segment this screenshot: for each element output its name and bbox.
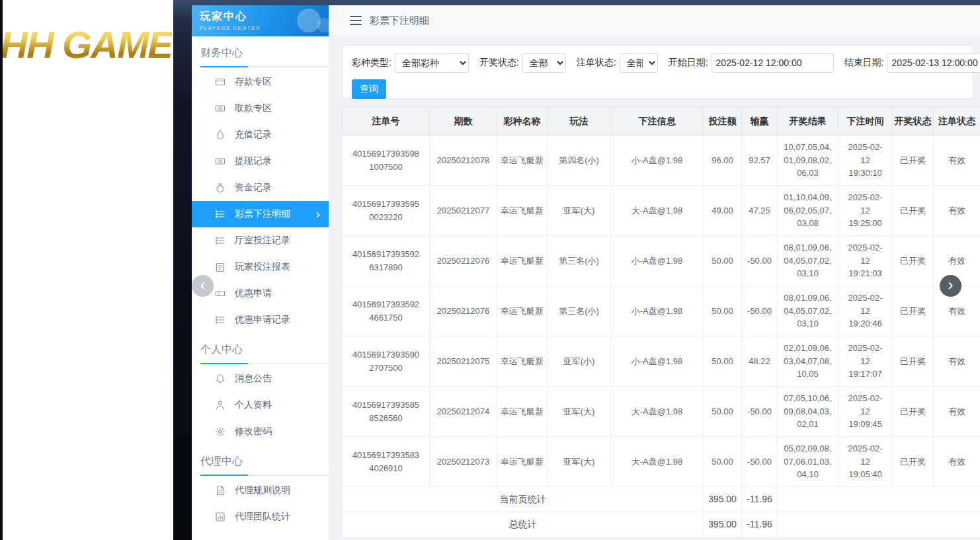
cell: 50.00 [704, 387, 742, 437]
cell: 02,01,09,06,03,04,07,08,10,05 [778, 336, 838, 387]
cell: 08,01,09,06,04,05,07,02,03,10 [778, 286, 838, 336]
cell: 第四名(小) [548, 135, 611, 186]
cell: 幸运飞艇新 [497, 135, 548, 186]
summary-bet-total: 395.00 [704, 487, 742, 512]
carousel-next-button[interactable]: › [940, 275, 961, 297]
summary-row: 总统计395.00-11.96 [343, 512, 980, 537]
cell: 已开奖 [893, 236, 934, 286]
cell: -50.00 [742, 236, 778, 286]
cell: 亚军(大) [548, 186, 611, 236]
end-date-input[interactable] [887, 53, 980, 73]
column-header: 开奖结果 [778, 108, 838, 135]
cell: 20250212077 [430, 186, 497, 236]
summary-win-loss-total: -11.96 [742, 512, 778, 537]
cell: 小-A盘@1.98 [611, 286, 704, 336]
column-header: 下注时间 [838, 108, 893, 135]
cell: 幸运飞艇新 [497, 286, 548, 336]
sidebar-item-hall-bet[interactable]: 厅室投注记录 [192, 227, 329, 254]
sidebar-item-agent-team[interactable]: 代理团队统计 [192, 504, 329, 530]
cell: 10,07,05,04,01,09,08,02,06,03 [778, 135, 838, 186]
cell: 亚军(大) [548, 437, 611, 487]
sidebar: 玩家中心 PLAYERS CENTER 财务中心存款专区取款专区充值记录提现记录… [192, 5, 329, 540]
sidebar-item-agent-rules[interactable]: 代理规则说明 [192, 477, 329, 504]
hall-bet-icon [215, 235, 225, 246]
cell: 有效 [934, 437, 980, 487]
funds-record-icon [215, 182, 225, 193]
cell: 幸运飞艇新 [497, 437, 548, 487]
summary-win-loss-total: -11.96 [742, 487, 778, 512]
cell: 2025-02-12 19:05:40 [838, 437, 893, 487]
lottery-type-label: 彩种类型: [352, 57, 391, 69]
section-underline [200, 363, 329, 364]
sidebar-item-lottery-detail[interactable]: 彩票下注明细› [192, 201, 329, 227]
summary-label: 当前页统计 [343, 487, 704, 512]
cell: 20250212075 [430, 336, 497, 387]
sidebar-item-label: 优惠申请记录 [235, 314, 290, 326]
section-title: 代理中心 [192, 445, 329, 469]
start-date-input[interactable] [712, 53, 834, 73]
cell: 08,01,09,06,04,05,07,02,03,10 [778, 236, 838, 286]
sidebar-item-password[interactable]: 修改密码 [192, 418, 329, 445]
cell: 幸运飞艇新 [497, 236, 548, 286]
cell: 50.00 [704, 336, 742, 387]
profile-icon [215, 400, 225, 410]
column-header: 注单号 [343, 108, 430, 135]
sidebar-item-player-report[interactable]: 玩家投注报表 [192, 254, 329, 280]
column-header: 彩种名称 [497, 108, 548, 135]
query-button[interactable]: 查询 [352, 79, 386, 99]
cell: 大-A盘@1.98 [611, 437, 704, 487]
bet-detail-table: 注单号期数彩种名称玩法下注信息投注额输赢开奖结果下注时间开奖状态注单状态4015… [342, 107, 980, 537]
sidebar-item-label: 修改密码 [235, 426, 272, 438]
cell: 01,10,04,09,06,02,05,07,03,08 [778, 186, 838, 236]
deposit-icon [215, 77, 225, 87]
start-date-label: 开始日期: [669, 57, 708, 69]
summary-empty [778, 512, 980, 537]
carousel-prev-button[interactable]: ‹ [192, 275, 214, 297]
cell: 2025-02-12 19:25:00 [838, 186, 893, 236]
left-edge-strip [0, 0, 3, 540]
lottery-type-select[interactable]: 全部彩种 [395, 53, 469, 73]
sidebar-item-funds-record[interactable]: 资金记录 [192, 174, 329, 201]
column-header: 玩法 [548, 108, 611, 135]
sidebar-item-profile[interactable]: 个人资料 [192, 392, 329, 418]
draw-status-select[interactable]: 全部 [522, 53, 566, 73]
cell: 大-A盘@1.98 [611, 186, 704, 236]
cell: 幸运飞艇新 [497, 336, 548, 387]
cell: 05,02,09,08,07,06,01,03,04,10 [778, 437, 838, 487]
cell: 2025-02-12 19:20:46 [838, 286, 893, 336]
sidebar-item-label: 取款专区 [235, 102, 272, 114]
cell: -50.00 [742, 387, 778, 437]
cell: 20250212073 [430, 437, 497, 487]
cell: 50.00 [704, 286, 742, 336]
cell: 已开奖 [893, 387, 934, 437]
sidebar-item-label: 存款专区 [235, 76, 272, 88]
sidebar-item-withdraw-record[interactable]: 提现记录 [192, 148, 329, 174]
sidebar-item-label: 充值记录 [235, 129, 272, 141]
cell: 有效 [934, 186, 980, 236]
cell: 20250212074 [430, 387, 497, 437]
column-header: 注单状态 [934, 108, 980, 135]
table-row: 40156917393595002322020250212077幸运飞艇新亚军(… [343, 186, 980, 236]
table-row: 40156917393583402691020250212073幸运飞艇新亚军(… [343, 437, 980, 487]
sidebar-header: 玩家中心 PLAYERS CENTER [192, 5, 329, 36]
table-row: 40156917393585852656020250212074幸运飞艇新亚军(… [343, 387, 980, 437]
cell: 第三名(小) [548, 286, 611, 336]
cell: 幸运飞艇新 [497, 387, 548, 437]
sidebar-item-promo-record[interactable]: 优惠申请记录 [192, 307, 329, 333]
cell: 亚军(大) [548, 387, 611, 437]
cell: 小-A盘@1.98 [611, 135, 704, 186]
table-row: 40156917393598100750020250212078幸运飞艇新第四名… [343, 135, 980, 186]
order-status-select[interactable]: 全部 [620, 53, 658, 73]
table-row: 40156917393590270750020250212075幸运飞艇新亚军(… [343, 336, 980, 387]
cell: 2025-02-12 19:21:03 [838, 236, 893, 286]
sidebar-item-announcement[interactable]: 消息公告 [192, 366, 329, 392]
sidebar-item-label: 厅室投注记录 [235, 235, 290, 247]
sidebar-item-deposit[interactable]: 存款专区 [192, 69, 329, 95]
main-content: 彩票下注明细 彩种类型: 全部彩种 开奖状态: 全部 注单状态: 全部 [329, 5, 980, 540]
menu-toggle-icon[interactable] [350, 16, 362, 25]
bet-detail-table-wrap: 注单号期数彩种名称玩法下注信息投注额输赢开奖结果下注时间开奖状态注单状态4015… [342, 107, 980, 537]
table-row: 40156917393592631789020250212076幸运飞艇新第三名… [343, 236, 980, 286]
sidebar-item-withdraw[interactable]: 取款专区 [192, 95, 329, 122]
sidebar-header-decoration-icon [297, 9, 321, 32]
sidebar-item-recharge-record[interactable]: 充值记录 [192, 122, 329, 148]
